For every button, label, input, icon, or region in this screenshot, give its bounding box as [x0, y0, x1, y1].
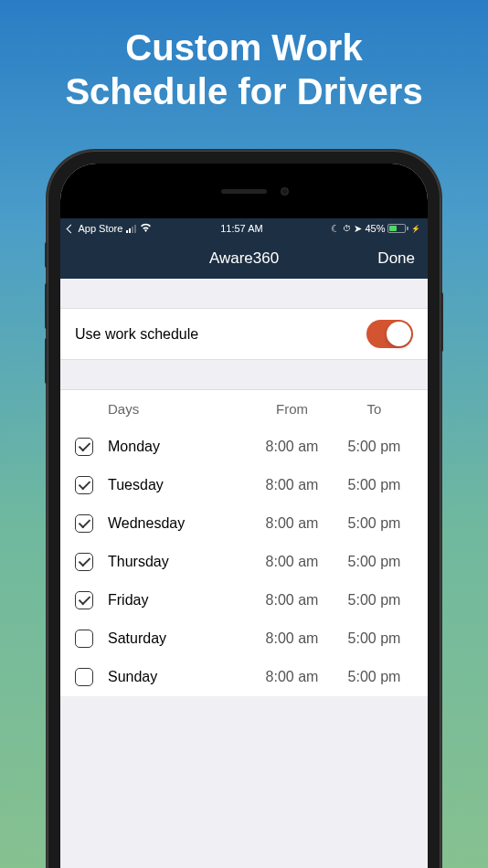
location-icon: ➤ — [354, 223, 362, 235]
day-label: Monday — [108, 439, 249, 455]
phone-volume-down-button — [45, 338, 48, 384]
phone-camera — [281, 187, 289, 196]
to-time[interactable]: 5:00 pm — [335, 669, 413, 685]
phone-screen: App Store 11:57 AM ☾ ⏱ ➤ 45% — [60, 164, 428, 868]
from-time[interactable]: 8:00 am — [249, 592, 335, 609]
status-right: ☾ ⏱ ➤ 45% ⚡ — [331, 223, 420, 235]
do-not-disturb-icon: ☾ — [331, 223, 340, 235]
phone-frame: App Store 11:57 AM ☾ ⏱ ➤ 45% — [48, 151, 440, 868]
to-time[interactable]: 5:00 pm — [335, 477, 413, 493]
to-time[interactable]: 5:00 pm — [335, 554, 413, 570]
status-left: App Store — [68, 223, 152, 234]
promo-line1: Custom Work — [0, 26, 488, 69]
day-label: Thursday — [108, 554, 249, 570]
wifi-icon — [140, 223, 152, 234]
to-time[interactable]: 5:00 pm — [335, 630, 413, 647]
nav-bar: Aware360 Done — [60, 238, 428, 279]
nav-title: Aware360 — [209, 249, 279, 268]
phone-volume-up-button — [45, 283, 48, 329]
work-schedule-toggle[interactable] — [366, 320, 413, 348]
phone-mute-button — [45, 242, 48, 268]
phone-bezel-top — [60, 164, 428, 218]
alarm-icon: ⏱ — [343, 224, 351, 233]
schedule-row: Thursday8:00 am5:00 pm — [60, 543, 428, 581]
back-to-app[interactable]: App Store — [68, 223, 122, 234]
battery-icon — [387, 224, 408, 233]
status-time: 11:57 AM — [220, 223, 262, 234]
day-label: Saturday — [108, 630, 249, 647]
to-time[interactable]: 5:00 pm — [335, 515, 413, 532]
header-to: To — [335, 401, 413, 417]
schedule-row: Wednesday8:00 am5:00 pm — [60, 504, 428, 543]
schedule-row: Saturday8:00 am5:00 pm — [60, 619, 428, 658]
header-from: From — [249, 401, 335, 417]
to-time[interactable]: 5:00 pm — [335, 592, 413, 609]
schedule-row: Tuesday8:00 am5:00 pm — [60, 466, 428, 504]
from-time[interactable]: 8:00 am — [249, 477, 335, 493]
signal-icon — [126, 225, 136, 233]
day-label: Tuesday — [108, 477, 249, 493]
schedule-row: Monday8:00 am5:00 pm — [60, 428, 428, 466]
charging-icon: ⚡ — [411, 225, 420, 233]
content-area: Use work schedule Days From To Monday8:0… — [60, 308, 428, 696]
schedule-row: Sunday8:00 am5:00 pm — [60, 658, 428, 696]
day-checkbox[interactable] — [75, 438, 93, 456]
phone-power-button — [440, 292, 443, 352]
day-label: Friday — [108, 592, 249, 609]
from-time[interactable]: 8:00 am — [249, 630, 335, 647]
chevron-left-icon — [67, 225, 76, 234]
from-time[interactable]: 8:00 am — [249, 554, 335, 570]
day-checkbox[interactable] — [75, 476, 93, 494]
phone-speaker — [221, 189, 267, 194]
to-time[interactable]: 5:00 pm — [335, 439, 413, 455]
promo-line2: Schedule for Drivers — [0, 69, 488, 113]
day-label: Wednesday — [108, 515, 249, 532]
toggle-label: Use work schedule — [75, 326, 198, 343]
day-checkbox[interactable] — [75, 553, 93, 571]
from-time[interactable]: 8:00 am — [249, 439, 335, 455]
schedule-header-row: Days From To — [60, 390, 428, 428]
day-checkbox[interactable] — [75, 514, 93, 533]
status-bar: App Store 11:57 AM ☾ ⏱ ➤ 45% — [60, 218, 428, 238]
day-label: Sunday — [108, 669, 249, 685]
day-checkbox[interactable] — [75, 591, 93, 609]
toggle-section: Use work schedule — [60, 308, 428, 360]
day-checkbox[interactable] — [75, 630, 93, 648]
schedule-row: Friday8:00 am5:00 pm — [60, 581, 428, 619]
header-days: Days — [108, 401, 249, 417]
toggle-knob — [387, 322, 411, 346]
day-checkbox[interactable] — [75, 668, 93, 686]
back-label: App Store — [78, 223, 122, 234]
promo-title: Custom Work Schedule for Drivers — [0, 0, 488, 113]
done-button[interactable]: Done — [377, 249, 415, 268]
battery-text: 45% — [365, 223, 385, 234]
from-time[interactable]: 8:00 am — [249, 669, 335, 685]
schedule-table: Days From To Monday8:00 am5:00 pmTuesday… — [60, 389, 428, 696]
from-time[interactable]: 8:00 am — [249, 515, 335, 532]
